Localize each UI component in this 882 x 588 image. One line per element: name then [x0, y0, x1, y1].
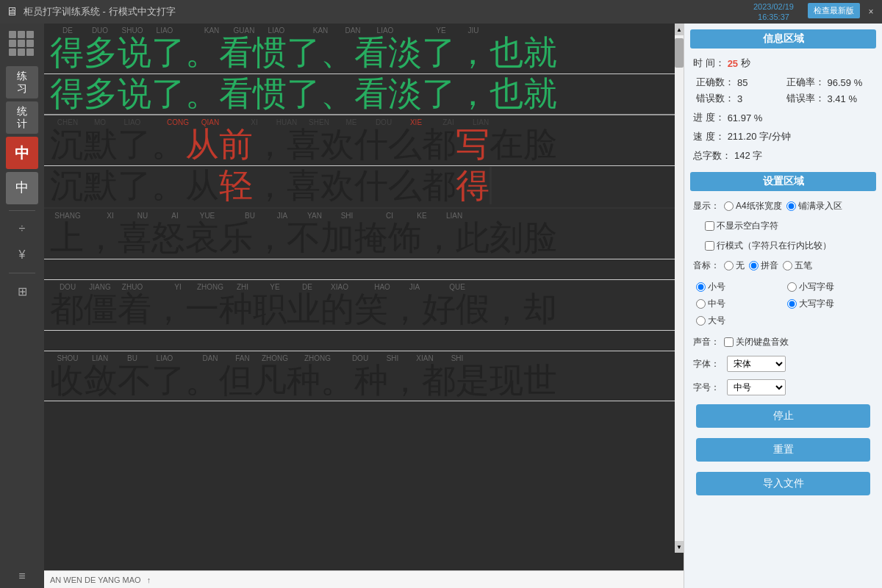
chinese-line-5: 上，喜怒哀乐，不加掩饰，此刻脸	[47, 220, 670, 257]
total-label: 总字数：	[693, 149, 731, 162]
py: ZHONG	[301, 354, 334, 362]
stop-button[interactable]: 停止	[696, 404, 870, 428]
speed-label: 速 度：	[693, 130, 725, 143]
correct-rate-value: 96.59 %	[828, 77, 863, 88]
display-opt2-radio[interactable]	[786, 201, 796, 211]
no-space-label[interactable]: 不显示空白字符	[705, 220, 778, 232]
chinese-line-7: 收敛不了。但凡种。种，都是现世	[47, 362, 670, 400]
pinyin-wubi-radio[interactable]	[783, 261, 792, 270]
text-scroll-area[interactable]: ▲ ▼ DE DUO SHUO LIAO KAN GUAN LIAO KAN D…	[44, 24, 684, 570]
chinese2-button[interactable]: 中	[6, 172, 38, 204]
large-letter-radio[interactable]	[787, 299, 797, 309]
scrollbar-y[interactable]: ▲ ▼	[675, 24, 684, 553]
practice-button[interactable]: 练习	[6, 66, 38, 98]
font-select[interactable]: 宋体 黑体 楷体	[727, 356, 786, 372]
sound-check-label[interactable]: 关闭键盘音效	[724, 336, 789, 348]
calc-icon[interactable]: ÷	[6, 217, 38, 240]
display-opt1-label[interactable]: A4纸张宽度	[724, 200, 782, 212]
progress-label: 进 度：	[693, 111, 725, 124]
size-large-radio[interactable]	[696, 316, 706, 326]
size-large-label[interactable]: 大号	[696, 315, 725, 327]
large-letter-label[interactable]: 大写字母	[787, 298, 834, 310]
line-mode-label[interactable]: 行模式（字符只在行内比较）	[705, 240, 831, 252]
display-opt1-text: A4纸张宽度	[736, 200, 782, 212]
window-title: 柜员打字训练系统 - 行模式中文打字	[24, 5, 876, 18]
import-button[interactable]: 导入文件	[696, 472, 870, 495]
py: LIAN	[84, 354, 116, 362]
bottom-pinyin-text: AN WEN DE YANG MAO	[50, 576, 141, 584]
display-opt1-radio[interactable]	[724, 201, 734, 211]
size-small-radio[interactable]	[696, 282, 706, 292]
minimize-button[interactable]: −	[816, 0, 838, 24]
pinyin-wubi-text: 五笔	[795, 259, 812, 272]
grid-icon	[9, 31, 35, 57]
time-value: 25	[728, 58, 738, 69]
pinyin-none-label[interactable]: 无	[724, 259, 745, 272]
small-letter-text: 小写字母	[799, 281, 834, 293]
pinyin-pinyin-radio[interactable]	[749, 261, 759, 270]
time-row: 时 间： 25 秒	[690, 56, 876, 71]
size-large-text: 大号	[708, 315, 725, 327]
size-med-radio[interactable]	[696, 299, 706, 309]
text-block-3: CHEN MO LIAO CONG QIAN XI HUAN SHEN ME D…	[44, 115, 684, 166]
no-space-row: 不显示空白字符	[690, 218, 876, 234]
speed-value: 211.20 字/分钟	[728, 130, 791, 143]
pinyin-label: 音标：	[693, 259, 720, 272]
size-select[interactable]: 小号 中号 大号	[727, 379, 786, 395]
py: SHI	[376, 354, 409, 362]
text-block-5b	[44, 259, 684, 280]
maximize-button[interactable]: □	[838, 0, 860, 24]
pinyin-none-radio[interactable]	[724, 261, 734, 270]
close-button[interactable]: ×	[860, 0, 882, 24]
scroll-up-arrow[interactable]: ▲	[675, 24, 684, 35]
progress-row: 进 度： 61.97 %	[690, 110, 876, 125]
line-mode-text: 行模式（字符只在行内比较）	[717, 240, 831, 252]
progress-value: 61.97 %	[728, 112, 763, 123]
bottom-arrow: ↑	[147, 576, 151, 584]
pinyin-wubi-label[interactable]: 五笔	[783, 259, 812, 272]
yen-icon[interactable]: ¥	[6, 243, 38, 267]
small-letter-label[interactable]: 小写字母	[787, 281, 834, 293]
sound-row: 声音： 关闭键盘音效	[690, 334, 876, 350]
display-opt2-label[interactable]: 铺满录入区	[786, 200, 842, 212]
menu-icon[interactable]: ≡	[6, 564, 38, 588]
sound-checkbox[interactable]	[724, 337, 734, 347]
small-letter-radio[interactable]	[787, 282, 797, 292]
text-block-5: SHANG XI NU AI YUE BU JIA YAN SHI CI KE …	[44, 209, 684, 259]
line-mode-row: 行模式（字符只在行内比较）	[690, 238, 876, 254]
correct-label: 正确数：	[696, 76, 734, 89]
app-icon: 🖥	[6, 5, 18, 18]
scroll-down-arrow[interactable]: ▼	[675, 541, 684, 553]
bottom-bar: AN WEN DE YANG MAO ↑	[44, 570, 684, 588]
size-med-label[interactable]: 中号	[696, 298, 725, 310]
chinese-line-3: 沉默了。从前，喜欢什么都写在脸	[47, 126, 670, 164]
correct-rate-label: 正确率：	[786, 76, 825, 89]
speed-row: 速 度： 211.20 字/分钟	[690, 129, 876, 144]
error-rate-row: 错误率： 3.41 %	[784, 91, 874, 106]
scrollbar-thumb[interactable]	[675, 38, 684, 68]
py: DAN	[194, 354, 226, 362]
chinese-line-4: 沉默了。从轻，喜欢什么都得	[47, 168, 670, 205]
pinyin-pinyin-text: 拼音	[761, 259, 778, 272]
size-small-text: 小号	[708, 281, 725, 293]
time-label: 时 间：	[693, 57, 725, 70]
stats-button[interactable]: 统计	[6, 101, 38, 134]
size-select-label: 字号：	[693, 381, 720, 394]
py: ZHONG	[259, 354, 291, 362]
grid2-icon[interactable]: ⊞	[6, 279, 38, 303]
line-mode-checkbox[interactable]	[705, 241, 714, 251]
chinese-button[interactable]: 中	[6, 137, 38, 169]
py: BU	[116, 354, 148, 362]
correct-row: 正确数： 85	[693, 75, 784, 90]
time-unit: 秒	[741, 57, 750, 70]
size-select-row: 字号： 小号 中号 大号	[690, 378, 876, 397]
no-space-checkbox[interactable]	[705, 221, 714, 231]
display-label: 显示：	[693, 200, 720, 212]
sidebar: 练习 统计 中 中 ÷ ¥ ⊞ ≡	[0, 24, 44, 588]
size-med-text: 中号	[708, 298, 725, 310]
pinyin-row-7: SHOU LIAN BU LIAO DAN FAN ZHONG ZHONG DO…	[47, 353, 670, 362]
size-small-label[interactable]: 小号	[696, 281, 725, 293]
large-letter-row: 大写字母	[784, 296, 874, 312]
reset-button[interactable]: 重置	[696, 438, 870, 462]
pinyin-pinyin-label[interactable]: 拼音	[749, 259, 778, 272]
